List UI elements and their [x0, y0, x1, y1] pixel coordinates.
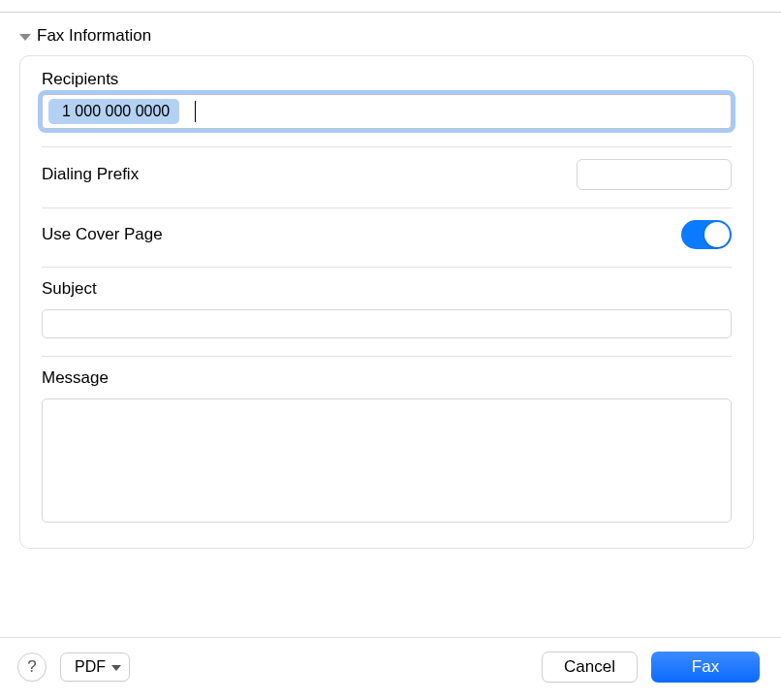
divider [42, 267, 732, 268]
recipients-field: Recipients 1 000 000 0000 [42, 70, 732, 129]
dialing-prefix-label: Dialing Prefix [42, 165, 139, 184]
recipient-chip[interactable]: 1 000 000 0000 [48, 99, 179, 124]
recipients-label: Recipients [42, 70, 732, 89]
fax-information-header[interactable]: Fax Information [19, 26, 754, 46]
section-title: Fax Information [37, 26, 151, 46]
subject-field: Subject [42, 279, 732, 338]
pdf-label: PDF [75, 658, 106, 676]
chevron-down-icon [19, 34, 31, 41]
message-textarea[interactable] [42, 398, 732, 523]
subject-input[interactable] [42, 309, 732, 338]
chevron-down-icon [111, 665, 121, 671]
pdf-dropdown-button[interactable]: PDF [60, 652, 130, 682]
toggle-knob [704, 222, 730, 247]
subject-label: Subject [42, 279, 732, 299]
cover-page-toggle[interactable] [681, 220, 732, 249]
fax-info-panel: Recipients 1 000 000 0000 Dialing Prefix… [19, 55, 754, 549]
text-cursor [195, 101, 196, 122]
divider [42, 146, 732, 147]
recipients-input[interactable]: 1 000 000 0000 [42, 94, 732, 129]
footer-toolbar: ? PDF Cancel Fax [0, 637, 781, 700]
divider [42, 356, 732, 357]
cover-page-row: Use Cover Page [42, 220, 732, 249]
help-icon: ? [27, 657, 36, 677]
dialing-prefix-input[interactable] [577, 159, 732, 190]
dialing-prefix-row: Dialing Prefix [42, 159, 732, 190]
cover-page-label: Use Cover Page [42, 225, 163, 244]
help-button[interactable]: ? [17, 652, 47, 682]
divider [42, 207, 732, 208]
cancel-button[interactable]: Cancel [542, 652, 638, 683]
fax-button[interactable]: Fax [651, 652, 760, 683]
message-field: Message [42, 368, 732, 526]
message-label: Message [42, 368, 732, 388]
